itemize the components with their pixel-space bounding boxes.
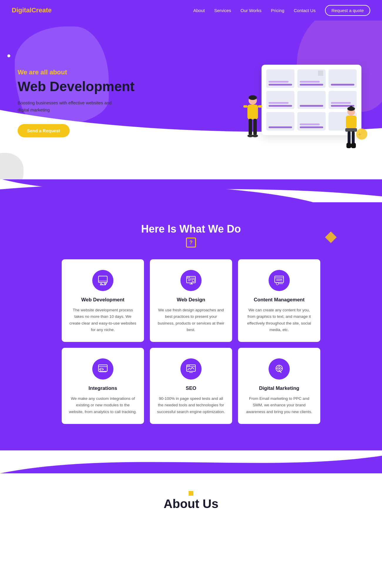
svg-rect-17 (351, 143, 356, 148)
web-development-icon-circle (92, 270, 113, 291)
integrations-icon-circle (92, 358, 113, 380)
nav-pricing[interactable]: Pricing (271, 8, 284, 13)
hero-illustration: + (241, 50, 364, 156)
about-section: About Us (0, 473, 382, 523)
hero-description: Boosting businesses with effective websi… (18, 99, 118, 113)
question-badge: ? (12, 238, 370, 248)
brand-logo[interactable]: DigitalCreate (12, 6, 52, 14)
person-right-illustration (339, 106, 363, 153)
svg-point-11 (350, 106, 353, 109)
nav-works[interactable]: Our Works (240, 8, 261, 13)
content-management-icon-circle (269, 270, 290, 291)
service-card-web-development: Web Development The website development … (62, 259, 144, 342)
nav-services[interactable]: Services (214, 8, 231, 13)
dot-decoration (7, 54, 10, 57)
hero-section: We are all about Web Development Boostin… (0, 21, 382, 179)
marketing-icon (274, 364, 284, 374)
service-card-seo: SEO 90-100% in page speed tests and all … (150, 348, 232, 424)
svg-point-47 (189, 365, 190, 366)
svg-point-54 (279, 368, 280, 369)
square-decoration (318, 71, 323, 76)
svg-point-27 (189, 277, 190, 278)
svg-point-46 (187, 365, 188, 366)
service-title-web-design: Web Design (157, 297, 225, 303)
laptop-cell (297, 91, 326, 109)
svg-rect-5 (249, 119, 252, 135)
hero-title: Web Development (18, 79, 135, 94)
service-card-web-design: Web Design We use fresh design approache… (150, 259, 232, 342)
send-request-button[interactable]: Send a Request (18, 124, 70, 137)
wave-separator-2 (0, 450, 382, 473)
service-title-content: Content Management (245, 297, 313, 303)
brand-name-black: Digital (12, 6, 31, 14)
laptop-cell (329, 69, 357, 88)
service-card-digital-marketing: Digital Marketing From Email marketing t… (238, 348, 320, 424)
about-pre-decoration (12, 491, 370, 496)
service-card-integrations: Integrations We make any custom integrat… (62, 348, 144, 424)
svg-rect-3 (243, 105, 247, 108)
svg-rect-14 (348, 131, 351, 144)
service-desc-web-dev: The website development process takes no… (69, 307, 137, 333)
svg-rect-6 (253, 119, 257, 135)
svg-point-26 (187, 277, 188, 278)
svg-rect-36 (280, 279, 282, 281)
web-design-icon-circle (180, 270, 202, 291)
service-desc-content: We can create any content for you, from … (245, 307, 313, 333)
svg-rect-12 (346, 116, 356, 128)
services-grid: Web Development The website development … (62, 259, 320, 424)
service-title-integrations: Integrations (69, 385, 137, 391)
svg-point-1 (249, 95, 257, 100)
nav-contact[interactable]: Contact Us (294, 8, 316, 13)
svg-rect-4 (258, 105, 262, 108)
laptop-cell (266, 112, 294, 131)
nav-links: About Services Our Works Pricing Contact… (193, 5, 370, 16)
svg-point-8 (252, 134, 258, 137)
seo-icon-circle (180, 358, 202, 380)
about-heading: About Us (12, 497, 370, 511)
service-title-seo: SEO (157, 385, 225, 391)
service-desc-integrations: We make any custom integrations of exist… (69, 395, 137, 415)
navbar: DigitalCreate About Services Our Works P… (0, 0, 382, 21)
services-section-title: Here Is What We Do (12, 223, 370, 235)
code-icon (98, 364, 108, 374)
hero-content: We are all about Web Development Boostin… (0, 21, 382, 179)
laptop-cell (266, 69, 294, 88)
hero-subtitle: We are all about (18, 69, 135, 76)
laptop-cell (266, 91, 294, 109)
design-icon (186, 275, 196, 286)
yellow-square-icon (189, 491, 193, 496)
service-desc-marketing: From Email marketing to PPC and SMM, we … (245, 395, 313, 415)
seo-icon (186, 364, 196, 374)
content-icon (274, 275, 284, 286)
monitor-icon (98, 275, 108, 286)
service-card-content-management: Content Management We can create any con… (238, 259, 320, 342)
service-desc-web-design: We use fresh design approaches and best … (157, 307, 225, 333)
brand-name-yellow: Create (31, 6, 51, 14)
svg-rect-18 (98, 276, 107, 283)
hero-text: We are all about Web Development Boostin… (18, 69, 135, 137)
svg-rect-15 (352, 131, 355, 144)
digital-marketing-icon-circle (269, 358, 290, 380)
person-left-illustration (241, 94, 264, 147)
svg-rect-2 (247, 105, 258, 119)
svg-rect-16 (346, 143, 351, 148)
service-title-web-dev: Web Development (69, 297, 137, 303)
svg-line-41 (101, 368, 101, 371)
service-title-marketing: Digital Marketing (245, 385, 313, 391)
request-quote-button[interactable]: Request a quote (325, 5, 370, 16)
svg-rect-13 (345, 128, 357, 132)
service-desc-seo: 90-100% in page speed tests and all the … (157, 395, 225, 415)
svg-point-37 (276, 283, 279, 285)
svg-rect-39 (98, 365, 107, 371)
svg-rect-30 (192, 279, 195, 282)
laptop-cell (297, 112, 326, 131)
question-icon: ? (186, 238, 196, 248)
services-section: Here Is What We Do ? Web Development (0, 202, 382, 450)
nav-about[interactable]: About (193, 8, 205, 13)
